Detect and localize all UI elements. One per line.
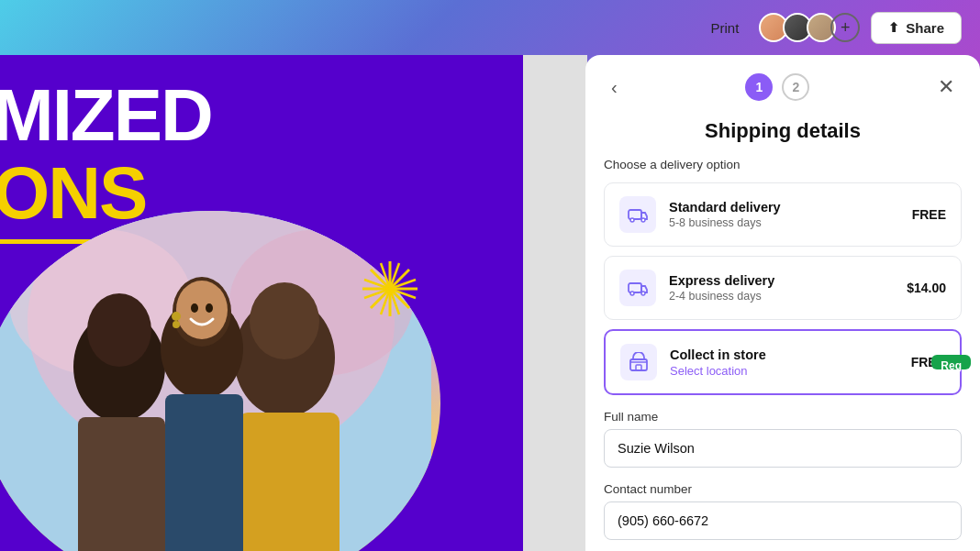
starburst-svg [358, 257, 422, 321]
standard-delivery-info: Standard delivery 5-8 business days [669, 200, 912, 229]
back-icon: ‹ [611, 77, 618, 97]
express-delivery-days: 2-4 business days [669, 290, 907, 303]
express-delivery-info: Express delivery 2-4 business days [669, 273, 907, 303]
standard-delivery-icon [619, 196, 656, 233]
close-button[interactable]: ✕ [930, 72, 962, 103]
svg-point-31 [641, 292, 645, 295]
back-button[interactable]: ‹ [604, 73, 625, 102]
add-collaborator-button[interactable]: + [830, 13, 860, 42]
svg-rect-29 [629, 283, 641, 292]
plus-icon: + [841, 18, 851, 38]
express-delivery-icon [619, 270, 656, 306]
express-delivery-price: $14.00 [907, 281, 946, 295]
svg-point-14 [191, 303, 198, 313]
collect-store-info: Collect in store Select location [670, 347, 911, 378]
panel-title: Shipping details [585, 112, 980, 158]
svg-rect-9 [78, 417, 165, 551]
contact-input[interactable] [604, 501, 962, 540]
fullname-input[interactable] [604, 429, 962, 468]
collect-store-option[interactable]: Collect in store Select location FREE Re… [604, 329, 962, 395]
svg-point-8 [87, 293, 151, 367]
canvas-text-mized: MIZED [0, 73, 212, 158]
express-delivery-option[interactable]: Express delivery 2-4 business days $14.0… [604, 256, 962, 320]
canvas-design: MIZED ONS [0, 55, 523, 551]
standard-delivery-price: FREE [912, 207, 946, 222]
svg-point-13 [176, 281, 228, 339]
panel-header: ‹ 1 2 ✕ [585, 55, 980, 112]
select-location-link[interactable]: Select location [670, 364, 911, 378]
express-delivery-name: Express delivery [669, 273, 907, 288]
svg-point-30 [630, 292, 634, 295]
step-2: 2 [782, 73, 809, 101]
standard-delivery-days: 5-8 business days [669, 216, 912, 229]
canvas-area: MIZED ONS [0, 55, 587, 551]
right-panel: ‹ 1 2 ✕ Shipping details Choose a delive… [585, 55, 980, 551]
share-icon: ⬆ [888, 20, 899, 35]
fullname-section: Full name [604, 410, 962, 468]
step-2-label: 2 [792, 80, 799, 94]
step-1-label: 1 [755, 80, 763, 94]
print-label: Print [710, 20, 739, 36]
steps-indicator: 1 2 [745, 73, 809, 101]
contact-label: Contact number [604, 482, 962, 496]
contact-section: Contact number [604, 482, 962, 540]
top-bar: Print + ⬆ Share [0, 0, 980, 55]
svg-point-15 [206, 303, 213, 313]
standard-delivery-name: Standard delivery [669, 200, 912, 215]
reg-badge: Reg [931, 355, 971, 369]
step-1: 1 [745, 73, 773, 101]
svg-point-17 [173, 321, 180, 328]
svg-point-27 [630, 218, 634, 222]
svg-rect-6 [239, 413, 340, 551]
panel-body: Choose a delivery option Standard delive… [585, 158, 980, 551]
svg-point-5 [250, 282, 319, 359]
svg-rect-12 [165, 394, 243, 551]
avatars-group: + [759, 13, 860, 42]
share-button[interactable]: ⬆ Share [871, 12, 962, 44]
share-label: Share [906, 20, 944, 36]
svg-rect-26 [629, 210, 641, 219]
svg-point-28 [641, 218, 645, 222]
fullname-label: Full name [604, 410, 962, 424]
svg-point-16 [172, 312, 181, 321]
standard-delivery-option[interactable]: Standard delivery 5-8 business days FREE [604, 182, 962, 247]
close-icon: ✕ [938, 75, 954, 98]
delivery-section-label: Choose a delivery option [604, 158, 962, 171]
starburst-decoration [358, 257, 422, 321]
collect-store-name: Collect in store [670, 347, 911, 362]
collect-store-icon [620, 344, 657, 380]
print-button[interactable]: Print [701, 15, 748, 41]
